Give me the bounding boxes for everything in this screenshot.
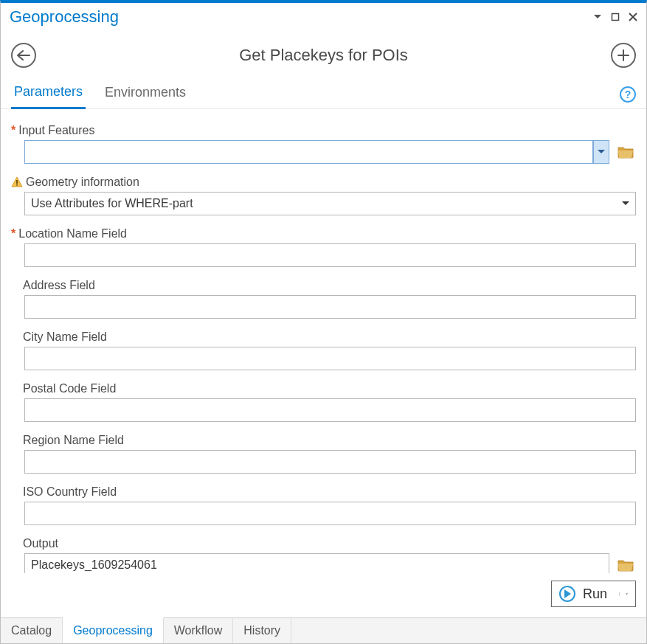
tool-title: Get Placekeys for POIs	[36, 46, 611, 65]
run-button[interactable]: Run	[551, 581, 636, 607]
field-input-features: * Input Features	[11, 124, 636, 164]
close-icon[interactable]	[627, 11, 639, 23]
input-features-input[interactable]	[24, 140, 593, 164]
field-address: Address Field	[11, 279, 636, 319]
label-geometry-information: Geometry information	[26, 176, 139, 189]
iso-country-input[interactable]	[24, 502, 636, 525]
label-region: Region Name Field	[23, 434, 124, 447]
back-button[interactable]	[11, 43, 36, 68]
svg-rect-2	[16, 184, 18, 186]
input-features-dropdown-icon[interactable]	[593, 140, 609, 164]
tab-parameters[interactable]: Parameters	[11, 80, 86, 109]
bottom-tab-catalog[interactable]: Catalog	[1, 618, 63, 643]
titlebar: Geoprocessing	[1, 3, 646, 30]
required-marker-icon: *	[11, 228, 15, 240]
postal-input[interactable]	[24, 398, 636, 422]
tab-environments[interactable]: Environments	[102, 80, 189, 108]
run-button-label: Run	[583, 586, 607, 602]
field-output: Output	[11, 537, 636, 573]
label-iso-country: ISO Country Field	[23, 485, 117, 499]
city-input[interactable]	[24, 347, 636, 370]
open-another-tool-button[interactable]	[611, 43, 636, 68]
field-geometry-information: Geometry information Use Attributes for …	[11, 176, 636, 215]
field-location-name: * Location Name Field	[11, 227, 636, 267]
chevron-down-icon	[619, 197, 632, 210]
tool-tabs: Parameters Environments ?	[1, 75, 646, 109]
maximize-icon[interactable]	[609, 11, 621, 23]
input-features-combo[interactable]	[24, 140, 609, 164]
bottom-tab-history[interactable]: History	[233, 618, 291, 643]
label-postal: Postal Code Field	[23, 382, 116, 395]
play-icon	[559, 586, 575, 602]
pane-title: Geoprocessing	[10, 7, 119, 27]
region-input[interactable]	[24, 450, 636, 474]
field-city: City Name Field	[11, 330, 636, 370]
required-marker-icon: *	[11, 125, 15, 136]
run-row: Run	[1, 573, 646, 617]
label-output: Output	[23, 537, 58, 550]
bottom-tabstrip: Catalog Geoprocessing Workflow History	[1, 617, 646, 643]
geoprocessing-pane: Geoprocessing Get Placekeys for POIs Par…	[0, 0, 647, 644]
tool-header: Get Placekeys for POIs	[1, 30, 646, 75]
bottom-tab-geoprocessing[interactable]: Geoprocessing	[63, 617, 164, 643]
geometry-information-value: Use Attributes for WHERE-part	[31, 197, 193, 210]
label-input-features: Input Features	[18, 124, 94, 137]
label-address: Address Field	[23, 279, 95, 292]
geometry-information-select[interactable]: Use Attributes for WHERE-part	[24, 192, 636, 215]
browse-output-button[interactable]	[615, 553, 636, 573]
warning-icon	[11, 176, 23, 188]
label-city: City Name Field	[23, 330, 107, 344]
location-name-input[interactable]	[24, 243, 636, 267]
menu-dropdown-icon[interactable]	[592, 11, 603, 23]
field-region: Region Name Field	[11, 434, 636, 474]
label-location-name: Location Name Field	[18, 227, 127, 240]
svg-rect-1	[16, 180, 18, 184]
svg-rect-0	[612, 14, 619, 21]
field-iso-country: ISO Country Field	[11, 485, 636, 525]
help-icon[interactable]: ?	[620, 86, 636, 103]
field-postal: Postal Code Field	[11, 382, 636, 422]
run-dropdown-icon[interactable]	[619, 592, 628, 596]
parameters-form: * Input Features G	[1, 109, 646, 573]
address-input[interactable]	[24, 295, 636, 319]
bottom-tab-workflow[interactable]: Workflow	[164, 618, 234, 643]
window-controls	[592, 11, 639, 23]
output-input[interactable]	[24, 553, 609, 573]
browse-input-features-button[interactable]	[615, 140, 636, 164]
